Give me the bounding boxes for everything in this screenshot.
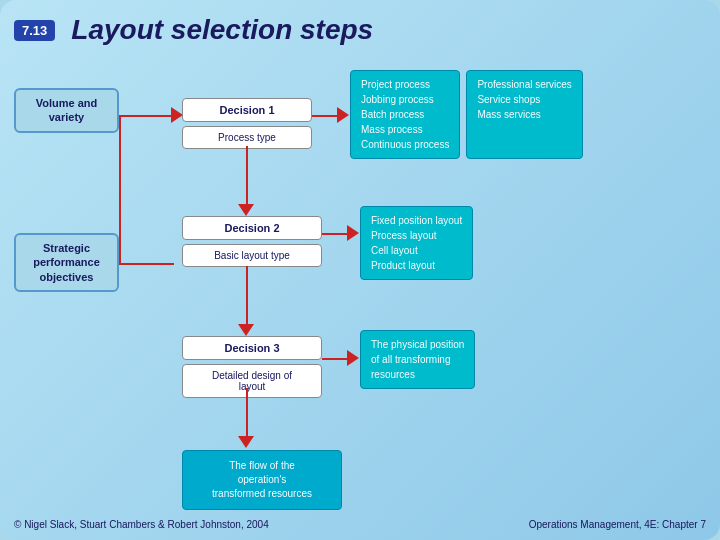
outcome1-left: Project process Jobbing process Batch pr… <box>350 70 460 159</box>
decision3-title: Decision 3 <box>182 336 322 360</box>
decision2-title: Decision 2 <box>182 216 322 240</box>
decision1-title: Decision 1 <box>182 98 312 122</box>
decision2-subtitle: Basic layout type <box>182 244 322 267</box>
arrow-d3-to-o3 <box>347 350 359 366</box>
decision2-block: Decision 2 Basic layout type <box>182 216 322 267</box>
footer-right: Operations Management, 4E: Chapter 7 <box>529 519 706 530</box>
footer: © Nigel Slack, Stuart Chambers & Robert … <box>14 519 706 530</box>
footer-left: © Nigel Slack, Stuart Chambers & Robert … <box>14 519 269 530</box>
header: 7.13 Layout selection steps <box>14 14 706 46</box>
arrow-d1-to-o1 <box>337 107 349 123</box>
sidebar-volume-variety: Volume andvariety <box>14 88 119 133</box>
slide-number: 7.13 <box>14 20 55 41</box>
arrow-d2-to-o2 <box>347 225 359 241</box>
outcome2: Fixed position layout Process layout Cel… <box>360 206 473 280</box>
sidebar-strategic-perf: Strategicperformanceobjectives <box>14 233 119 292</box>
arrow-d1-to-d2 <box>238 204 254 216</box>
page-title: Layout selection steps <box>71 14 373 46</box>
decision3-subtitle: Detailed design oflayout <box>182 364 322 398</box>
arrow-d3-to-flow <box>238 436 254 448</box>
outcome1-area: Project process Jobbing process Batch pr… <box>350 70 583 159</box>
arrow-d2-to-d3 <box>238 324 254 336</box>
decision1-block: Decision 1 Process type <box>182 98 312 149</box>
outcome1-right: Professional services Service shops Mass… <box>466 70 582 159</box>
decision3-block: Decision 3 Detailed design oflayout <box>182 336 322 398</box>
outcome3: The physical position of all transformin… <box>360 330 475 389</box>
page: 7.13 Layout selection steps Volume andva… <box>0 0 720 540</box>
main-diagram: Volume andvariety Strategicperformanceob… <box>14 58 706 488</box>
flow-box: The flow of theoperation'stransformed re… <box>182 450 342 510</box>
